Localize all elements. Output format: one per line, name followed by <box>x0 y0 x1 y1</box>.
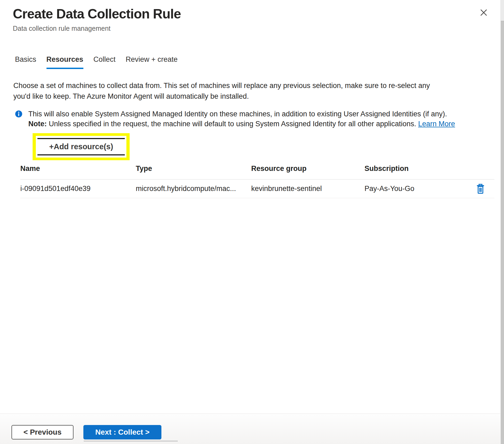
previous-button[interactable]: < Previous <box>11 425 73 439</box>
page-subtitle: Data collection rule management <box>13 25 491 32</box>
tab-review-create[interactable]: Review + create <box>126 55 177 69</box>
info-icon <box>15 110 22 119</box>
resources-table: Name Type Resource group Subscription i-… <box>20 161 494 198</box>
description-line-1: Choose a set of machines to collect data… <box>13 80 493 91</box>
row-subscription: Pay-As-You-Go <box>365 185 467 193</box>
close-icon <box>479 14 488 18</box>
tab-resources[interactable]: Resources <box>46 55 83 69</box>
scrollbar-thumb[interactable] <box>501 21 504 444</box>
close-button[interactable] <box>479 8 489 18</box>
row-name: i-09091d501edf40e39 <box>20 185 136 193</box>
add-resources-button-frame: +Add resource(s) <box>36 136 126 158</box>
wizard-tabs: Basics Resources Collect Review + create <box>15 55 491 69</box>
add-resources-highlight-box: +Add resource(s) <box>33 133 130 160</box>
add-resources-button[interactable]: +Add resource(s) <box>37 138 125 155</box>
trash-icon <box>476 191 485 195</box>
description-line-2: you'd like to keep. The Azure Monitor Ag… <box>13 91 493 102</box>
note-line-2-text: Unless specified in the request, the mac… <box>47 120 418 128</box>
row-type: microsoft.hybridcompute/mac... <box>136 185 251 193</box>
vertical-scrollbar <box>501 0 504 444</box>
column-header-name: Name <box>20 164 136 173</box>
info-note-text: This will also enable System Assigned Ma… <box>28 109 455 129</box>
note-label: Note: <box>28 120 47 128</box>
info-note-line-1: This will also enable System Assigned Ma… <box>28 109 455 119</box>
column-header-resource-group: Resource group <box>251 164 365 173</box>
create-data-collection-rule-panel: Create Data Collection Rule Data collect… <box>0 0 504 444</box>
info-note: This will also enable System Assigned Ma… <box>15 109 491 129</box>
learn-more-link[interactable]: Learn More <box>418 120 455 128</box>
wizard-footer: < Previous Next : Collect > <box>0 414 500 444</box>
table-header-row: Name Type Resource group Subscription <box>20 161 494 179</box>
tab-collect[interactable]: Collect <box>94 55 116 69</box>
page-title: Create Data Collection Rule <box>13 6 491 21</box>
description-text: Choose a set of machines to collect data… <box>13 80 493 102</box>
tab-basics[interactable]: Basics <box>15 55 36 69</box>
row-resource-group: kevinbrunette-sentinel <box>251 185 365 193</box>
next-collect-button[interactable]: Next : Collect > <box>83 425 161 439</box>
info-note-line-2: Note: Unless specified in the request, t… <box>28 119 455 129</box>
column-header-subscription: Subscription <box>365 164 467 173</box>
delete-resource-button[interactable] <box>475 183 486 195</box>
table-row: i-09091d501edf40e39 microsoft.hybridcomp… <box>20 179 494 198</box>
column-header-type: Type <box>136 164 251 173</box>
